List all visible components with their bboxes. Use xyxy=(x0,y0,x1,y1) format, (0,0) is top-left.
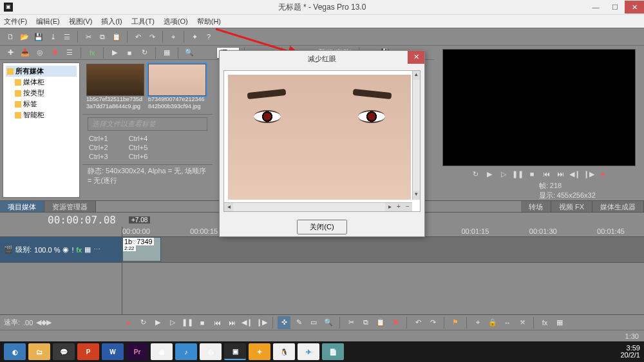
capture-icon[interactable]: 📥 xyxy=(19,46,32,59)
tl-auto-crossfade-icon[interactable]: ⤧ xyxy=(516,316,529,329)
timeline-timecode[interactable]: 00:00:07.08 xyxy=(0,214,122,226)
mute-icon[interactable]: ◉ xyxy=(62,245,69,254)
tl-go-end-icon[interactable]: ⏭ xyxy=(225,316,238,329)
timeline-clip[interactable]: 1b♡7349 2:22 xyxy=(122,237,161,262)
task-chrome-icon[interactable]: ◎ xyxy=(200,343,222,360)
video-track[interactable]: 🎬 级别: 100.0 % ◉ ! fx ▦ ⋯ 1b♡7349 2:22 xyxy=(0,237,644,263)
solo-icon[interactable]: ! xyxy=(71,246,73,254)
task-app6-icon[interactable]: 📄 xyxy=(322,343,344,360)
search-icon[interactable]: 🔍 xyxy=(183,46,196,59)
track-header[interactable]: 🎬 级别: 100.0 % ◉ ! fx ▦ ⋯ xyxy=(0,237,122,262)
tl-snap-icon[interactable]: ⌖ xyxy=(471,316,484,329)
task-explorer-icon[interactable]: 🗂 xyxy=(28,343,50,360)
undo-icon[interactable]: ↶ xyxy=(131,30,144,43)
tl-cut-icon[interactable]: ✂ xyxy=(345,316,357,329)
tree-node[interactable]: 智能柜 xyxy=(6,110,77,120)
play-icon[interactable]: ▷ xyxy=(498,170,509,178)
cut-icon[interactable]: ✂ xyxy=(82,30,95,43)
tl-play-start-icon[interactable]: ▶ xyxy=(151,316,164,329)
tl-marker-icon[interactable]: ⚑ xyxy=(449,316,462,329)
zoom-tool-icon[interactable]: 🔍 xyxy=(322,316,335,329)
tree-node[interactable]: 标签 xyxy=(6,99,77,110)
shuttle-icon[interactable]: ◀◆▶ xyxy=(36,318,52,327)
task-word-icon[interactable]: W xyxy=(102,343,124,360)
task-vegas-icon[interactable]: ▣ xyxy=(224,343,246,360)
tl-go-start-icon[interactable]: ⏮ xyxy=(211,316,223,329)
tl-next-frame-icon[interactable]: ❙▶ xyxy=(255,316,268,329)
get-media-icon[interactable]: ◎ xyxy=(33,46,46,59)
menu-edit[interactable]: 编辑(E) xyxy=(36,17,60,26)
envelope-icon[interactable]: ✎ xyxy=(292,316,305,329)
task-premiere-icon[interactable]: Pr xyxy=(126,343,148,360)
paste-icon[interactable]: 📋 xyxy=(110,30,123,43)
menu-help[interactable]: 帮助(H) xyxy=(197,17,221,26)
dialog-hscrollbar[interactable]: ◂▸+− xyxy=(224,202,412,211)
tree-node[interactable]: 媒体柜 xyxy=(6,77,77,88)
tl-delete-icon[interactable]: ✖ xyxy=(389,316,402,329)
stop-icon[interactable]: ■ xyxy=(526,170,538,178)
media-tree[interactable]: 所有媒体 媒体柜 按类型 标签 智能柜 xyxy=(3,62,80,198)
tl-loop-icon[interactable]: ↻ xyxy=(137,316,149,329)
render-icon[interactable]: ⤓ xyxy=(46,30,59,43)
close-button[interactable]: ✕ xyxy=(625,1,644,14)
marker-icon[interactable]: ✦ xyxy=(188,30,201,43)
task-app4-icon[interactable]: ✦ xyxy=(249,343,270,360)
help-icon[interactable]: ? xyxy=(202,30,215,43)
tl-copy-icon[interactable]: ⧉ xyxy=(359,316,372,329)
dialog-close-button[interactable]: ✕ xyxy=(408,51,424,64)
remove-icon[interactable]: ✖ xyxy=(48,46,61,59)
dialog-vscrollbar[interactable]: ▴▾ xyxy=(412,71,420,200)
media-thumb[interactable]: b7349f00747e212346842b00b393cf94.jpg xyxy=(148,64,206,110)
track-motion-icon[interactable]: ▦ xyxy=(84,245,91,254)
autoplay-icon[interactable]: ↻ xyxy=(138,46,151,59)
go-end-icon[interactable]: ⏭ xyxy=(554,170,566,178)
dialog-close-action[interactable]: 关闭(C) xyxy=(297,220,346,234)
tab-transitions[interactable]: 转场 xyxy=(521,201,551,212)
tab-generators[interactable]: 媒体生成器 xyxy=(592,201,644,212)
play-start-icon[interactable]: ▶ xyxy=(484,170,495,178)
tl-lock-icon[interactable]: 🔒 xyxy=(486,316,499,329)
tree-root[interactable]: 所有媒体 xyxy=(6,66,77,77)
task-app-icon[interactable]: ◐ xyxy=(4,343,26,360)
menu-view[interactable]: 视图(V) xyxy=(69,17,93,26)
views-icon[interactable]: ▦ xyxy=(160,46,173,59)
go-start-icon[interactable]: ⏮ xyxy=(540,170,552,178)
dialog-preview[interactable]: ▴▾ ◂▸+− xyxy=(223,70,421,212)
fx-icon[interactable]: fx xyxy=(86,46,99,59)
task-app3-icon[interactable]: ♪ xyxy=(175,343,197,360)
normal-edit-icon[interactable]: ✜ xyxy=(278,316,290,329)
tl-redo-icon[interactable]: ↷ xyxy=(426,316,439,329)
tab-explorer[interactable]: 资源管理器 xyxy=(44,201,96,212)
loop-icon[interactable]: ↻ xyxy=(469,170,481,178)
timeline-marker[interactable]: +7.08 xyxy=(129,216,150,224)
tree-node[interactable]: 按类型 xyxy=(6,88,77,99)
import-icon[interactable]: ✚ xyxy=(4,46,17,59)
tl-layout-icon[interactable]: ▦ xyxy=(553,316,566,329)
properties-icon[interactable]: ☰ xyxy=(61,30,73,43)
tl-play-icon[interactable]: ▷ xyxy=(166,316,179,329)
copy-icon[interactable]: ⧉ xyxy=(96,30,109,43)
taskbar-clock[interactable]: 3:5920/2/1 xyxy=(620,345,640,359)
play-media-icon[interactable]: ▶ xyxy=(108,46,121,59)
tab-video-fx[interactable]: 视频 FX xyxy=(551,201,592,212)
media-thumb[interactable]: 1b5c7ef32511be735d3a7dd71a8644c9.jpg xyxy=(86,64,144,110)
next-frame-icon[interactable]: ❙▶ xyxy=(583,170,594,178)
redo-icon[interactable]: ↷ xyxy=(146,30,158,43)
minimize-button[interactable]: — xyxy=(586,1,605,14)
task-powerpoint-icon[interactable]: P xyxy=(77,343,99,360)
more-icon[interactable]: ⋯ xyxy=(93,245,100,254)
tl-pause-icon[interactable]: ❚❚ xyxy=(181,316,194,329)
tl-undo-icon[interactable]: ↶ xyxy=(412,316,424,329)
menu-insert[interactable]: 插入(I) xyxy=(101,17,122,26)
save-icon[interactable]: 💾 xyxy=(32,30,45,43)
pause-icon[interactable]: ❚❚ xyxy=(512,170,524,178)
task-app2-icon[interactable]: ◉ xyxy=(151,343,173,360)
tab-project-media[interactable]: 项目媒体 xyxy=(0,201,44,212)
track-fx-icon[interactable]: fx xyxy=(77,246,82,254)
task-app5-icon[interactable]: ✈ xyxy=(298,343,319,360)
menu-file[interactable]: 文件(F) xyxy=(4,17,27,26)
selection-icon[interactable]: ▭ xyxy=(307,316,320,329)
menu-options[interactable]: 选项(O) xyxy=(164,17,188,26)
tl-auto-ripple-icon[interactable]: ↔ xyxy=(501,316,514,329)
task-wechat-icon[interactable]: 💬 xyxy=(53,343,75,360)
